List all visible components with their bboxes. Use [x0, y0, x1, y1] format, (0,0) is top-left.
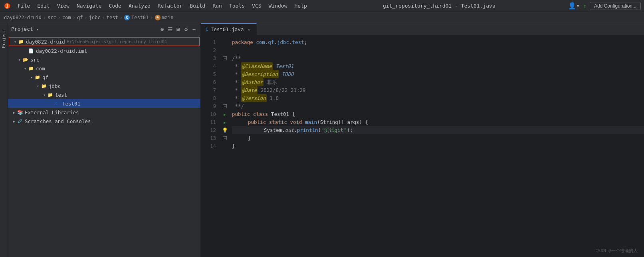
menu-view[interactable]: View: [54, 2, 73, 10]
gutter-11[interactable]: ▶: [221, 118, 229, 126]
code-content[interactable]: package com.qf.jdbc.test; /** * @ClassNa…: [229, 35, 644, 257]
scope-icon[interactable]: ☰: [167, 26, 173, 32]
menu-help[interactable]: Help: [291, 2, 310, 10]
tree-arrow-jdbc: ▾: [35, 83, 41, 89]
gutter-2: [221, 46, 229, 54]
tab-close-button[interactable]: ✕: [246, 27, 252, 32]
menu-run[interactable]: Run: [209, 2, 225, 10]
tree-arrow-test: ▾: [42, 92, 47, 98]
fold-icon-13[interactable]: −: [223, 136, 227, 140]
code-editor[interactable]: 1 2 3 4 5 6 7 8 9 10 11 12 13 14 −: [201, 35, 644, 257]
user-icon[interactable]: 👤▾: [568, 2, 580, 10]
tree-path-root: E:\IdeaProjects\git_repository_third01: [67, 39, 167, 44]
filter-icon[interactable]: ⊞: [175, 26, 181, 32]
gutter-3: −: [221, 54, 229, 62]
code-line-5: * @Description TODO: [232, 70, 644, 78]
code-line-3: /**: [232, 54, 644, 62]
editor-tabs: C Test01.java ✕: [201, 23, 644, 35]
menu-vcs[interactable]: VCS: [249, 2, 264, 10]
fold-icon-9[interactable]: −: [223, 104, 227, 108]
gutter: − − ▶ ▶ 💡 −: [221, 35, 229, 257]
panel-actions: ⊕ ☰ ⊞ ⚙ −: [159, 26, 197, 32]
code-line-14: }: [232, 142, 644, 150]
code-line-11: public static void main(String[] args) {: [232, 118, 644, 126]
menu-window[interactable]: Window: [266, 2, 291, 10]
tree-item-jdbc[interactable]: ▾ 📁 jdbc: [8, 82, 200, 90]
fold-icon-3[interactable]: −: [223, 56, 227, 60]
folder-icon-root: 📁: [18, 38, 24, 45]
tree-arrow-src: ▾: [17, 57, 22, 62]
tree-label-root: day0822-druid: [26, 39, 65, 45]
menu-right-actions: 👤▾ ↑ Add Configuration...: [568, 2, 641, 10]
tree-item-iml[interactable]: 📄 day0822-druid.iml: [8, 46, 200, 55]
tree-item-root[interactable]: ▾ 📁 day0822-druid E:\IdeaProjects\git_re…: [9, 37, 200, 46]
breadcrumb-jdbc[interactable]: jdbc: [89, 15, 101, 20]
tree-item-com[interactable]: ▾ 📁 com: [8, 64, 200, 73]
tree-item-test01[interactable]: C Test01: [8, 99, 200, 108]
folder-icon-com: 📁: [28, 65, 34, 72]
tree-label-qf: qf: [42, 74, 48, 80]
tab-file-icon: C: [206, 27, 208, 32]
gutter-1: [221, 38, 229, 46]
code-line-12: System.out.println("测试git");: [232, 126, 644, 134]
lightbulb-icon-12[interactable]: 💡: [222, 128, 228, 133]
breadcrumb-test[interactable]: test: [107, 15, 118, 20]
run-icon-10[interactable]: ▶: [224, 112, 226, 117]
gutter-12: 💡: [221, 126, 229, 134]
tree-label-test: test: [55, 92, 67, 98]
breadcrumb-src[interactable]: src: [48, 15, 56, 20]
menu-bar: J File Edit View Navigate Code Analyze R…: [0, 0, 644, 12]
class-icon: C: [124, 15, 130, 20]
menu-navigate[interactable]: Navigate: [73, 2, 105, 10]
tree-label-com: com: [36, 66, 45, 72]
tree-item-qf[interactable]: ▾ 📁 qf: [8, 73, 200, 82]
iml-icon: 📄: [28, 48, 34, 54]
tree-item-test[interactable]: ▾ 📁 test: [8, 90, 200, 99]
run-icon-11[interactable]: ▶: [224, 120, 226, 125]
watermark: CSDN @一个很懒的人: [595, 248, 638, 254]
panel-header: Project ▾ ⊕ ☰ ⊞ ⚙ −: [8, 23, 200, 35]
gutter-7: [221, 86, 229, 94]
tree-label-test01: Test01: [62, 101, 80, 107]
breadcrumb-project[interactable]: day0822-druid: [4, 15, 42, 20]
menu-refactor[interactable]: Refactor: [155, 2, 186, 10]
folder-icon-jdbc: 📁: [41, 83, 47, 89]
tree-arrow-com: ▾: [22, 66, 28, 71]
add-configuration-button[interactable]: Add Configuration...: [590, 2, 641, 10]
menu-file[interactable]: File: [14, 2, 33, 10]
settings-icon[interactable]: ⚙: [183, 26, 189, 32]
code-line-6: * @Author 非乐: [232, 78, 644, 86]
minimize-icon[interactable]: −: [191, 26, 197, 32]
tree-arrow-extlib: ▶: [11, 110, 17, 115]
menu-build[interactable]: Build: [186, 2, 208, 10]
add-icon[interactable]: ⊕: [159, 26, 165, 32]
gutter-10[interactable]: ▶: [221, 110, 229, 118]
main-layout: Project Project ▾ ⊕ ☰ ⊞ ⚙ − ▾ 📁 day0822-…: [0, 23, 644, 257]
menu-code[interactable]: Code: [106, 2, 125, 10]
breadcrumb-qf[interactable]: qf: [77, 15, 83, 20]
git-update-icon[interactable]: ↑: [583, 3, 586, 9]
menu-edit[interactable]: Edit: [34, 2, 53, 10]
tree-arrow-scratches: ▶: [11, 118, 17, 124]
tree-item-src[interactable]: ▾ 📂 src: [8, 55, 200, 64]
folder-icon-test: 📁: [47, 92, 54, 98]
breadcrumb-com[interactable]: com: [62, 15, 71, 20]
gutter-13: −: [221, 134, 229, 142]
code-line-13: }: [232, 134, 644, 142]
tree-item-scratches[interactable]: ▶ 🖊 Scratches and Consoles: [8, 117, 200, 126]
project-side-tab[interactable]: Project: [0, 26, 7, 51]
code-line-4: * @ClassName Test01: [232, 62, 644, 70]
project-tree: ▾ 📁 day0822-druid E:\IdeaProjects\git_re…: [8, 35, 200, 257]
tree-item-extlib[interactable]: ▶ 📚 External Libraries: [8, 108, 200, 117]
window-title: git_repository_third01 - Test01.java: [311, 3, 567, 9]
tree-label-jdbc: jdbc: [49, 83, 61, 89]
tree-arrow-iml: [22, 48, 28, 54]
menu-analyze[interactable]: Analyze: [125, 2, 154, 10]
app-logo: J: [3, 2, 11, 10]
menu-tools[interactable]: Tools: [226, 2, 248, 10]
breadcrumb-class[interactable]: Test01: [131, 15, 149, 20]
code-line-1: package com.qf.jdbc.test;: [232, 38, 644, 46]
breadcrumb-method[interactable]: main: [162, 15, 174, 20]
editor-tab-test01[interactable]: C Test01.java ✕: [201, 23, 257, 35]
gutter-8: [221, 94, 229, 102]
